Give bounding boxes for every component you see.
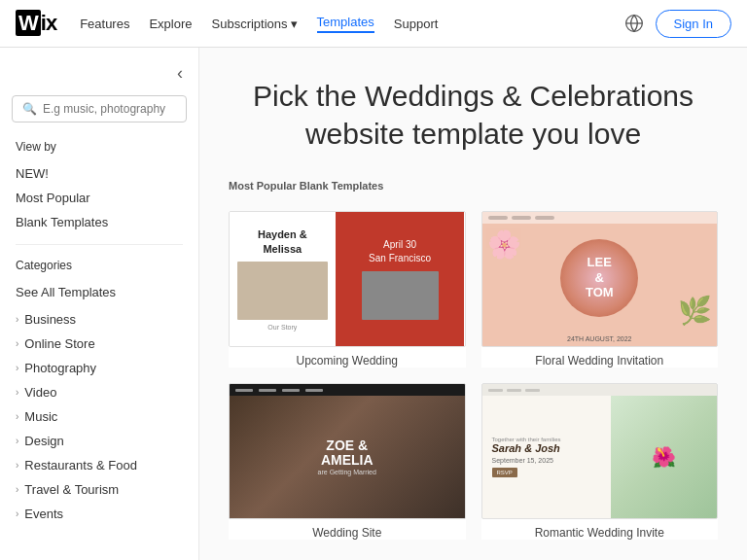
template-grid: Hayden &Melissa Our Story April 30San Fr…: [229, 211, 718, 540]
sidebar-divider: [16, 244, 183, 245]
sidebar-item-online-store[interactable]: › Online Store: [0, 332, 198, 356]
chevron-right-icon: ›: [16, 460, 18, 471]
sidebar-item-photography[interactable]: › Photography: [0, 356, 198, 380]
nav-support[interactable]: Support: [394, 17, 439, 31]
chevron-right-icon: ›: [16, 338, 18, 349]
logo[interactable]: Wix: [16, 11, 56, 36]
big-names-text: ZOE &AMELIA: [318, 438, 376, 469]
nav-item: [488, 389, 503, 392]
nav-item: [305, 389, 323, 392]
sign-in-button[interactable]: Sign In: [656, 10, 731, 38]
nav-item: [282, 389, 300, 392]
back-arrow-icon[interactable]: ‹: [177, 63, 183, 84]
page-title: Pick the Weddings & Celebrations website…: [229, 77, 718, 153]
right-photo: [362, 271, 439, 320]
template-thumb-upcoming: Hayden &Melissa Our Story April 30San Fr…: [229, 211, 466, 347]
header: Wix Features Explore Subscriptions ▾ Tem…: [0, 0, 747, 48]
globe-icon[interactable]: [624, 14, 644, 33]
sidebar: ‹ 🔍 View by NEW! Most Popular Blank Temp…: [0, 48, 199, 560]
template-name-romantic: Romantic Wedding Invite: [481, 526, 719, 540]
search-icon: 🔍: [22, 102, 37, 116]
sidebar-item-music[interactable]: › Music: [0, 404, 198, 429]
search-input[interactable]: [43, 102, 176, 116]
categories-label: Categories: [0, 255, 198, 280]
date-script-text: September 15, 2025: [492, 457, 602, 464]
nav-item: [507, 389, 521, 392]
chevron-right-icon: ›: [16, 314, 18, 325]
floral-content: 🌸 🌿 LEE&TOM: [482, 224, 718, 332]
template-thumb-wedding-site: ZOE &AMELIA are Getting Married: [229, 383, 466, 519]
nav-templates[interactable]: Templates: [317, 15, 374, 33]
template-thumb-romantic: Together with their families Sarah & Jos…: [481, 383, 719, 519]
sidebar-item-restaurants[interactable]: › Restaurants & Food: [0, 453, 198, 477]
template-name-upcoming: Upcoming Wedding: [229, 354, 466, 368]
floral-date: 24TH AUGUST, 2022: [482, 332, 718, 346]
chevron-down-icon: ›: [16, 508, 18, 519]
sidebar-item-business[interactable]: › Business: [0, 307, 198, 332]
nav-item: [525, 389, 540, 392]
nav-item: [235, 389, 253, 392]
sidebar-back: ‹: [0, 63, 198, 95]
got-married-text: are Getting Married: [318, 469, 376, 475]
template-card-floral[interactable]: 🌸 🌿 LEE&TOM 24TH AUGUST, 2022 Floral Wed…: [481, 211, 719, 368]
couple-names-romantic: Sarah & Josh: [492, 442, 602, 454]
chevron-right-icon: ›: [16, 436, 18, 446]
wedding-site-photo: ZOE &AMELIA are Getting Married: [230, 396, 465, 518]
template-card-romantic[interactable]: Together with their families Sarah & Jos…: [481, 383, 719, 540]
wedding-site-nav: [230, 384, 465, 396]
couple-photo: [237, 262, 328, 320]
template-name-wedding-site: Wedding Site: [229, 526, 466, 540]
main-nav: Features Explore Subscriptions ▾ Templat…: [80, 15, 623, 33]
floral-decor-bottomright: 🌿: [678, 295, 712, 327]
view-by-label: View by: [0, 136, 198, 161]
template-thumb-floral: 🌸 🌿 LEE&TOM 24TH AUGUST, 2022: [481, 211, 719, 347]
sidebar-item-design[interactable]: › Design: [0, 429, 198, 453]
nav-explore[interactable]: Explore: [149, 17, 192, 31]
popular-blank-section: Most Popular Blank Templates: [229, 180, 718, 192]
nav-subscriptions[interactable]: Subscriptions ▾: [212, 17, 298, 31]
nav-dot: [488, 216, 508, 220]
filter-new[interactable]: NEW!: [0, 161, 198, 186]
nav-dot: [535, 216, 554, 220]
couple-name-text: Hayden &Melissa: [258, 228, 307, 256]
floral-decor-topleft: 🌸: [487, 228, 521, 261]
our-story-text: Our Story: [267, 324, 297, 331]
floral-circle-text: LEE&TOM: [560, 239, 638, 317]
main-layout: ‹ 🔍 View by NEW! Most Popular Blank Temp…: [0, 48, 747, 560]
template-card-wedding-site[interactable]: ZOE &AMELIA are Getting Married Wedding …: [229, 383, 466, 540]
sidebar-item-events[interactable]: › Events: [0, 502, 198, 526]
romantic-left-text: Together with their families Sarah & Jos…: [482, 396, 612, 518]
see-all-templates[interactable]: See All Templates: [0, 280, 198, 307]
overlay-text: ZOE &AMELIA are Getting Married: [318, 438, 376, 475]
chevron-right-icon: ›: [16, 363, 18, 373]
chevron-right-icon: ›: [16, 484, 18, 495]
nav-dot: [512, 216, 531, 220]
nav-item: [259, 389, 276, 392]
template-card-upcoming-wedding[interactable]: Hayden &Melissa Our Story April 30San Fr…: [229, 211, 466, 368]
chevron-right-icon: ›: [16, 387, 18, 398]
right-floral-decor: 🌺: [611, 396, 717, 518]
header-right: Sign In: [624, 10, 731, 38]
sidebar-item-video[interactable]: › Video: [0, 380, 198, 404]
sidebar-search-container: 🔍: [12, 95, 187, 122]
section-label: Most Popular Blank Templates: [229, 180, 718, 192]
sidebar-item-travel[interactable]: › Travel & Tourism: [0, 477, 198, 502]
chevron-down-icon: ▾: [291, 17, 298, 31]
floral-nav-bar: [482, 212, 718, 224]
filter-blank-templates[interactable]: Blank Templates: [0, 210, 198, 234]
chevron-right-icon: ›: [16, 411, 18, 422]
rsvp-button: RSVP: [492, 468, 517, 477]
filter-most-popular[interactable]: Most Popular: [0, 186, 198, 210]
main-content: Pick the Weddings & Celebrations website…: [199, 48, 747, 560]
romantic-nav: [482, 384, 718, 396]
template-name-floral: Floral Wedding Invitation: [481, 354, 719, 368]
nav-features[interactable]: Features: [80, 17, 129, 31]
date-text: April 30San Francisco: [369, 238, 431, 265]
romantic-content: Together with their families Sarah & Jos…: [482, 396, 718, 518]
